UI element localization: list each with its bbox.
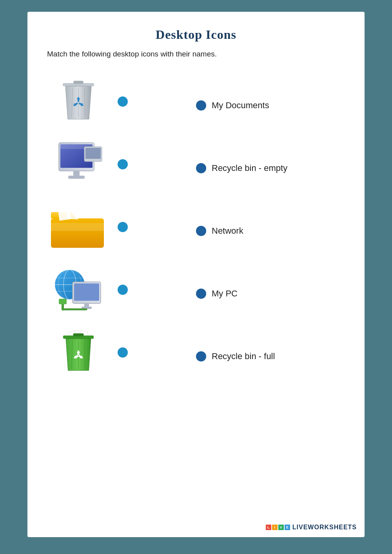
dot-left-5[interactable] bbox=[118, 347, 128, 358]
dot-right-4[interactable] bbox=[196, 289, 206, 299]
svg-rect-23 bbox=[74, 283, 99, 301]
svg-rect-1 bbox=[73, 81, 83, 84]
answer-label-2: Recycle bin - empty bbox=[212, 163, 287, 173]
svg-rect-11 bbox=[85, 148, 101, 159]
worksheet: Desktop Icons Match the following deskto… bbox=[27, 12, 365, 537]
answer-row-3: Network bbox=[196, 200, 345, 262]
network-svg bbox=[51, 264, 106, 315]
network-icon-container bbox=[47, 264, 110, 315]
folder-icon-container bbox=[47, 203, 110, 251]
brand-square-l: L bbox=[266, 525, 271, 530]
answer-row-1: My Documents bbox=[196, 74, 345, 137]
monitor-svg bbox=[51, 141, 106, 188]
dot-right-2[interactable] bbox=[196, 163, 206, 173]
branding: L I V E LIVEWORKSHEETS bbox=[266, 524, 357, 531]
page-title: Desktop Icons bbox=[47, 27, 345, 42]
answer-row-4: My PC bbox=[196, 262, 345, 325]
icon-row-5 bbox=[47, 321, 196, 384]
recycle-empty-svg bbox=[57, 76, 100, 127]
svg-rect-33 bbox=[73, 333, 83, 336]
dot-left-1[interactable] bbox=[118, 96, 128, 107]
recycle-full-svg bbox=[59, 327, 98, 378]
brand-name: LIVEWORKSHEETS bbox=[292, 524, 357, 531]
answer-label-5: Recycle bin - full bbox=[212, 351, 275, 361]
svg-rect-8 bbox=[73, 171, 80, 176]
answer-row-2: Recycle bin - empty bbox=[196, 137, 345, 200]
recycle-empty-icon-container bbox=[47, 76, 110, 127]
icon-row-1 bbox=[47, 70, 196, 133]
monitor-icon-container bbox=[47, 141, 110, 188]
recycle-full-icon-container bbox=[47, 327, 110, 378]
icon-row-2 bbox=[47, 133, 196, 196]
answer-row-5: Recycle bin - full bbox=[196, 325, 345, 388]
dot-right-5[interactable] bbox=[196, 351, 206, 361]
svg-rect-9 bbox=[68, 176, 85, 179]
answer-label-1: My Documents bbox=[212, 100, 269, 111]
svg-rect-28 bbox=[59, 299, 67, 304]
answer-label-4: My PC bbox=[212, 289, 238, 299]
left-column bbox=[47, 70, 196, 388]
dot-left-3[interactable] bbox=[118, 222, 128, 232]
matching-area: My Documents Recycle bin - empty Network… bbox=[47, 70, 345, 388]
svg-rect-15 bbox=[67, 210, 79, 219]
icon-row-3 bbox=[47, 196, 196, 258]
svg-rect-13 bbox=[51, 223, 104, 231]
right-column: My Documents Recycle bin - empty Network… bbox=[196, 70, 345, 388]
answer-label-3: Network bbox=[212, 226, 243, 236]
icon-row-4 bbox=[47, 258, 196, 321]
brand-square-e: E bbox=[285, 525, 290, 530]
brand-square-v: V bbox=[278, 525, 284, 530]
dot-right-3[interactable] bbox=[196, 226, 206, 236]
folder-svg bbox=[49, 203, 108, 251]
dot-left-2[interactable] bbox=[118, 159, 128, 169]
instruction-text: Match the following desktop icons with t… bbox=[47, 50, 345, 58]
brand-logo: L I V E bbox=[266, 525, 290, 530]
svg-rect-12 bbox=[51, 218, 104, 248]
dot-left-4[interactable] bbox=[118, 285, 128, 295]
brand-square-i: I bbox=[272, 525, 278, 530]
dot-right-1[interactable] bbox=[196, 100, 206, 111]
